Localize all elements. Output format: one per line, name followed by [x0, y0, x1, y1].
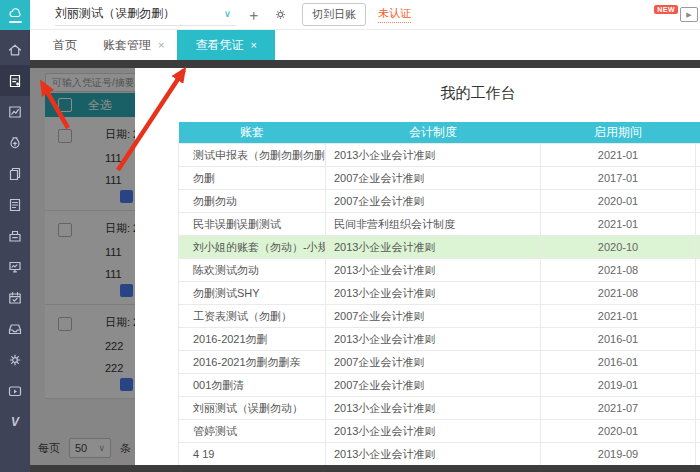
accounting-standard: 民间非营利组织会计制度 — [326, 213, 541, 236]
empty-cell — [696, 144, 700, 167]
sidebar-item-home[interactable] — [0, 34, 30, 65]
accounting-standard: 2013小企业会计准则 — [326, 397, 541, 420]
enable-period: 2017-01 — [541, 167, 696, 190]
tab-查看凭证[interactable]: 查看凭证× — [177, 30, 274, 60]
account-set-row[interactable]: 管婷测试2013小企业会计准则2020-01 — [179, 420, 700, 443]
accounting-standard: 2013小企业会计准则 — [326, 328, 541, 351]
empty-cell — [696, 167, 700, 190]
monitor-icon — [7, 259, 23, 275]
topbar-right-group: NEW ▶ — [654, 7, 700, 22]
accounting-standard: 2007企业会计准则 — [326, 351, 541, 374]
tab-close-icon[interactable]: × — [250, 40, 256, 51]
empty-cell — [696, 443, 700, 466]
cert-status-link[interactable]: 未认证 — [378, 6, 411, 23]
sidebar-item-checkout-calendar[interactable] — [0, 282, 30, 313]
home-icon — [7, 42, 23, 58]
settings-icon[interactable] — [273, 7, 288, 22]
account-set-row[interactable]: 民非误删误删测试民间非营利组织会计制度2021-01 — [179, 213, 700, 236]
account-set-row[interactable]: 001勿删清2007企业会计准则2019-01 — [179, 374, 700, 397]
brand-logo[interactable] — [0, 0, 30, 30]
checkout-calendar-icon — [7, 290, 23, 306]
enable-period: 2020-01 — [541, 420, 696, 443]
tab-bar: 首页账套管理×查看凭证× — [30, 30, 700, 60]
empty-cell — [696, 259, 700, 282]
sidebar-item-invoice-copy[interactable] — [0, 158, 30, 189]
sidebar-item-voucher[interactable] — [0, 65, 30, 96]
sidebar-item-video-player[interactable] — [0, 375, 30, 406]
sidebar-item-form[interactable] — [0, 189, 30, 220]
tab-label: 账套管理 — [103, 37, 151, 54]
sidebar-item-v-logo[interactable]: V — [0, 406, 30, 437]
accounting-standard: 2013小企业会计准则 — [326, 144, 541, 167]
empty-cell — [696, 374, 700, 397]
account-set-row[interactable]: 勿删测试SHY2013小企业会计准则2021-08 — [179, 282, 700, 305]
empty-cell — [696, 282, 700, 305]
account-set-name: 2016-2021勿删勿删亲 — [179, 351, 326, 374]
content-area: 可输入凭证号/摘要/科 全选 日期: 20111111日期: 20111111日… — [30, 60, 700, 472]
account-set-row[interactable]: 刘小姐的账套（勿动）-小规模，再删...2013小企业会计准则2020-10 — [179, 236, 700, 259]
accounting-standard: 2013小企业会计准则 — [326, 443, 541, 466]
logo-text-mark — [9, 21, 22, 23]
sidebar-item-monitor[interactable] — [0, 251, 30, 282]
sidebar-item-gear[interactable] — [0, 344, 30, 375]
tab-label: 首页 — [53, 37, 77, 54]
account-set-name: 勿删 — [179, 167, 326, 190]
account-set-row[interactable]: 勿删2007企业会计准则2017-01 — [179, 167, 700, 190]
enable-period: 2021-08 — [541, 259, 696, 282]
account-set-row[interactable]: 2016-2021勿删勿删亲2007企业会计准则2016-01 — [179, 351, 700, 374]
account-set-row[interactable]: 刘丽测试（误删勿动）2013小企业会计准则2021-07 — [179, 397, 700, 420]
voucher-icon — [7, 73, 23, 89]
sidebar-item-cashier[interactable] — [0, 220, 30, 251]
account-selector[interactable]: 刘丽测试（误删勿删） ∨ — [55, 3, 235, 26]
tab-账套管理[interactable]: 账套管理× — [90, 30, 177, 60]
account-set-name: 2016-2021勿删 — [179, 328, 326, 351]
fund-icon — [7, 135, 23, 151]
enable-period: 2021-08 — [541, 282, 696, 305]
sidebar-item-report-chart[interactable] — [0, 96, 30, 127]
account-set-row[interactable]: 2016-2021勿删2013小企业会计准则2016-01 — [179, 328, 700, 351]
account-set-row[interactable]: 陈欢测试勿动2013小企业会计准则2021-08 — [179, 259, 700, 282]
enable-period: 2019-01 — [541, 374, 696, 397]
account-set-name: 刘小姐的账套（勿动）-小规模，再删... — [179, 236, 326, 259]
new-badge: NEW — [654, 5, 678, 14]
sidebar-item-inbox[interactable] — [0, 313, 30, 344]
account-set-name: 4 19 — [179, 443, 326, 466]
accounting-standard: 2007企业会计准则 — [326, 167, 541, 190]
tab-close-icon[interactable]: × — [158, 40, 164, 51]
account-set-name: 民非误删误删测试 — [179, 213, 326, 236]
sidebar: V — [0, 30, 30, 472]
account-set-name: 陈欢测试勿动 — [179, 259, 326, 282]
account-set-name: 001勿删清 — [179, 374, 326, 397]
tab-首页[interactable]: 首页 — [40, 30, 90, 60]
enable-period: 2021-01 — [541, 305, 696, 328]
gear-icon — [273, 7, 288, 22]
cashier-icon — [7, 228, 23, 244]
account-set-row[interactable]: 4 192013小企业会计准则2019-09 — [179, 443, 700, 466]
account-name: 刘丽测试（误删勿删） — [55, 5, 175, 22]
inbox-icon — [7, 321, 23, 337]
accounting-standard: 2013小企业会计准则 — [326, 236, 541, 259]
workbench-modal: 我的工作台 账套会计制度启用期间测试申报表（勿删勿删勿删）2013小企业会计准则… — [135, 68, 700, 465]
accounting-standard: 2007企业会计准则 — [326, 374, 541, 397]
empty-cell — [696, 213, 700, 236]
empty-cell — [696, 328, 700, 351]
switch-daily-ledger-button[interactable]: 切到日账 — [302, 3, 366, 26]
form-icon — [7, 197, 23, 213]
video-icon[interactable]: ▶ — [680, 7, 698, 22]
column-header: 账套 — [179, 122, 326, 144]
account-set-name: 勿删勿动 — [179, 190, 326, 213]
empty-cell — [696, 397, 700, 420]
invoice-copy-icon — [7, 166, 23, 182]
empty-cell — [696, 305, 700, 328]
enable-period: 2016-01 — [541, 351, 696, 374]
gear-icon — [7, 352, 23, 368]
chevron-down-icon: ∨ — [224, 9, 231, 19]
add-account-button[interactable]: ＋ — [246, 7, 261, 22]
account-set-row[interactable]: 勿删勿动2007企业会计准则2020-01 — [179, 190, 700, 213]
sidebar-item-fund[interactable] — [0, 127, 30, 158]
account-set-row[interactable]: 测试申报表（勿删勿删勿删）2013小企业会计准则2021-01 — [179, 144, 700, 167]
account-set-row[interactable]: 工资表测试（勿删）2007企业会计准则2021-01 — [179, 305, 700, 328]
enable-period: 2016-01 — [541, 328, 696, 351]
enable-period: 2021-07 — [541, 397, 696, 420]
enable-period: 2020-10 — [541, 236, 696, 259]
